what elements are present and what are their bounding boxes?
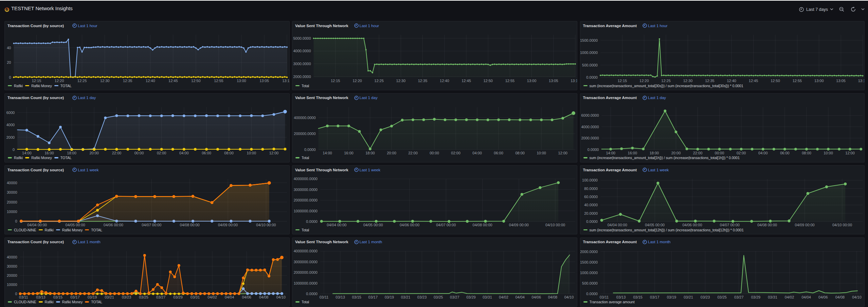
- svg-text:04/07 00:00: 04/07 00:00: [142, 223, 161, 227]
- svg-text:03/13: 03/13: [616, 295, 626, 299]
- svg-text:2000.0000: 2000.0000: [293, 75, 311, 79]
- svg-text:03/21: 03/21: [105, 295, 114, 299]
- svg-text:06:00: 06:00: [202, 151, 211, 155]
- svg-text:00:00: 00:00: [134, 151, 144, 155]
- svg-text:1000.0000: 1000.0000: [580, 270, 598, 274]
- svg-text:0.0000: 0.0000: [586, 75, 598, 79]
- svg-text:12:30: 12:30: [683, 79, 692, 83]
- svg-text:22:00: 22:00: [112, 151, 122, 155]
- svg-text:18:00: 18:00: [365, 151, 375, 155]
- svg-text:03/23: 03/23: [700, 295, 710, 299]
- svg-text:00:00: 00:00: [715, 151, 724, 155]
- svg-text:13:05: 13:05: [259, 79, 269, 83]
- svg-text:30000: 30000: [7, 264, 17, 268]
- svg-text:04/09 00:00: 04/09 00:00: [509, 223, 529, 227]
- svg-text:03/11: 03/11: [599, 295, 609, 299]
- svg-text:00:00: 00:00: [430, 151, 439, 155]
- svg-text:02:00: 02:00: [736, 151, 746, 155]
- svg-text:06:00: 06:00: [780, 151, 790, 155]
- svg-text:04/04 00:00: 04/04 00:00: [27, 223, 47, 227]
- svg-text:03/27: 03/27: [734, 295, 744, 299]
- svg-text:0: 0: [13, 147, 15, 151]
- svg-text:12:55: 12:55: [214, 79, 223, 83]
- svg-text:10:00: 10:00: [247, 151, 256, 155]
- svg-text:2000.0000: 2000.0000: [581, 136, 599, 140]
- svg-text:04/10: 04/10: [276, 295, 286, 299]
- svg-text:04/04: 04/04: [225, 295, 234, 299]
- svg-text:04/04 00:00: 04/04 00:00: [327, 223, 346, 227]
- svg-text:04/10 00:00: 04/10 00:00: [256, 223, 276, 227]
- svg-text:12:35: 12:35: [705, 79, 715, 83]
- svg-text:12:45: 12:45: [462, 79, 471, 83]
- svg-text:40.0000: 40.0000: [584, 203, 598, 207]
- svg-text:10000: 10000: [7, 282, 17, 286]
- svg-text:10000: 10000: [7, 210, 17, 214]
- svg-text:12:30: 12:30: [100, 79, 110, 83]
- svg-text:20000: 20000: [7, 200, 17, 204]
- svg-text:40: 40: [7, 46, 11, 50]
- svg-text:04/05 00:00: 04/05 00:00: [363, 223, 383, 227]
- svg-text:03/27: 03/27: [450, 295, 459, 299]
- svg-text:3000000.0000: 3000000.0000: [294, 260, 318, 264]
- svg-text:04/09 00:00: 04/09 00:00: [218, 223, 238, 227]
- svg-text:500.0000: 500.0000: [582, 63, 598, 67]
- svg-text:18:00: 18:00: [649, 151, 659, 155]
- svg-text:02:00: 02:00: [451, 151, 460, 155]
- svg-text:04/06: 04/06: [818, 295, 828, 299]
- svg-text:13:00: 13:00: [237, 79, 246, 83]
- svg-text:02:00: 02:00: [157, 151, 166, 155]
- svg-text:12:45: 12:45: [168, 79, 178, 83]
- svg-text:12:25: 12:25: [77, 79, 87, 83]
- svg-text:5000.0000: 5000.0000: [293, 36, 311, 40]
- svg-text:0.0000: 0.0000: [304, 147, 316, 151]
- svg-text:12:15: 12:15: [617, 79, 627, 83]
- svg-text:12:50: 12:50: [191, 79, 201, 83]
- svg-text:12:50: 12:50: [483, 79, 493, 83]
- svg-text:04/06 00:00: 04/06 00:00: [400, 223, 419, 227]
- svg-text:03/21: 03/21: [401, 295, 411, 299]
- svg-text:4000.0000: 4000.0000: [293, 49, 311, 53]
- svg-text:4000.0000: 4000.0000: [581, 124, 599, 129]
- svg-text:04/05 00:00: 04/05 00:00: [645, 223, 665, 227]
- svg-text:04/08 00:00: 04/08 00:00: [180, 223, 200, 227]
- svg-text:14:00: 14:00: [22, 151, 32, 155]
- svg-text:12:20: 12:20: [55, 79, 64, 83]
- svg-text:06:00: 06:00: [494, 151, 503, 155]
- svg-text:04:00: 04:00: [758, 151, 768, 155]
- svg-text:6000: 6000: [6, 110, 15, 114]
- svg-text:03/31: 03/31: [768, 295, 777, 299]
- svg-text:08:00: 08:00: [802, 151, 811, 155]
- svg-text:6000.0000: 6000.0000: [581, 113, 599, 117]
- svg-text:12:55: 12:55: [792, 79, 802, 83]
- svg-text:03/29: 03/29: [466, 295, 476, 299]
- svg-text:04/05 00:00: 04/05 00:00: [66, 223, 85, 227]
- svg-text:04/10 00:00: 04/10 00:00: [545, 223, 565, 227]
- svg-text:03/19: 03/19: [88, 295, 97, 299]
- svg-text:04/06: 04/06: [242, 295, 251, 299]
- svg-text:12:35: 12:35: [123, 79, 132, 83]
- svg-text:40000: 40000: [7, 181, 17, 185]
- svg-text:03/25: 03/25: [717, 295, 727, 299]
- svg-text:0.0000: 0.0000: [306, 291, 318, 295]
- svg-text:08:00: 08:00: [515, 151, 525, 155]
- svg-text:13:00: 13:00: [527, 79, 537, 83]
- svg-text:03/25: 03/25: [434, 295, 443, 299]
- svg-text:14:00: 14:00: [323, 151, 332, 155]
- svg-text:12:00: 12:00: [558, 151, 567, 155]
- svg-text:03/11: 03/11: [320, 295, 329, 299]
- svg-text:13:10: 13:10: [858, 79, 865, 83]
- svg-text:04/08 00:00: 04/08 00:00: [473, 223, 492, 227]
- svg-text:13:00: 13:00: [814, 79, 824, 83]
- svg-text:04:00: 04:00: [179, 151, 189, 155]
- svg-text:1000.0000: 1000.0000: [580, 51, 598, 55]
- svg-text:04/04: 04/04: [801, 295, 811, 299]
- svg-text:04/08: 04/08: [835, 295, 845, 299]
- svg-text:04/04 00:00: 04/04 00:00: [607, 223, 627, 227]
- svg-text:03/21: 03/21: [684, 295, 693, 299]
- svg-text:0.0000: 0.0000: [586, 291, 598, 295]
- svg-text:04/08: 04/08: [548, 295, 558, 299]
- svg-text:0: 0: [15, 219, 17, 223]
- svg-text:12:55: 12:55: [505, 79, 515, 83]
- svg-text:20.0000: 20.0000: [584, 211, 598, 215]
- svg-text:03/31: 03/31: [191, 295, 200, 299]
